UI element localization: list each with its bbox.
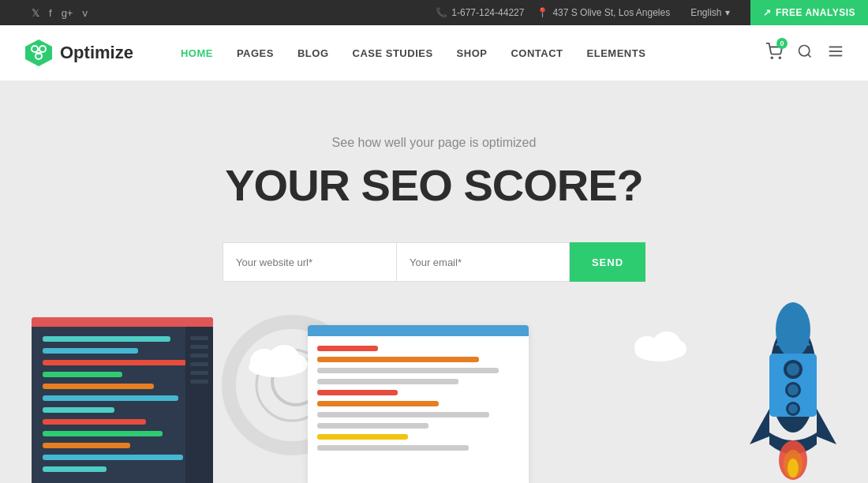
nav-shop[interactable]: SHOP xyxy=(457,47,488,59)
phone-number: 1-677-124-44227 xyxy=(451,7,524,18)
svg-point-9 xyxy=(799,46,810,56)
send-button[interactable]: SEND xyxy=(570,242,645,282)
browser-window-illustration xyxy=(308,325,529,483)
free-analysis-label: Free Analysis xyxy=(776,7,855,18)
svg-point-25 xyxy=(668,340,687,358)
code-line xyxy=(43,443,130,448)
menu-button[interactable] xyxy=(827,43,844,63)
code-line xyxy=(43,348,138,354)
code-line xyxy=(43,431,163,436)
nav-pages[interactable]: PAGES xyxy=(237,47,274,59)
hero-title: YOUR SEO SCORE? xyxy=(225,159,643,211)
code-line xyxy=(43,395,178,401)
browser-header xyxy=(308,325,529,336)
hero-subtitle: See how well your page is optimized xyxy=(332,136,537,150)
svg-line-10 xyxy=(808,54,811,58)
illustration-area xyxy=(0,294,868,483)
cart-badge: 0 xyxy=(776,38,788,49)
google-plus-icon[interactable]: g+ xyxy=(62,7,73,19)
code-line xyxy=(43,455,183,460)
code-window-header xyxy=(32,317,213,327)
cloud-right xyxy=(631,330,687,365)
code-line xyxy=(43,466,107,472)
code-sidebar xyxy=(185,327,213,483)
svg-point-8 xyxy=(779,57,780,58)
code-line xyxy=(43,384,154,389)
social-links: 𝕏 f g+ v xyxy=(32,7,88,19)
browser-content xyxy=(308,336,529,460)
nav-home[interactable]: HOME xyxy=(181,47,213,59)
phone-info: 📞 1-677-124-44227 xyxy=(436,7,524,18)
email-input[interactable] xyxy=(396,242,570,282)
location-icon: 📍 xyxy=(537,7,548,18)
twitter-icon[interactable]: 𝕏 xyxy=(32,7,39,19)
svg-point-21 xyxy=(284,354,308,373)
hamburger-icon xyxy=(827,43,844,60)
rocket-illustration xyxy=(742,298,844,483)
facebook-icon[interactable]: f xyxy=(49,7,52,19)
language-label: English xyxy=(690,7,721,18)
nav-elements[interactable]: ELEMENTS xyxy=(587,47,646,59)
logo[interactable]: Optimize xyxy=(24,38,133,68)
nav-contact[interactable]: CONTACT xyxy=(511,47,563,59)
phone-icon: 📞 xyxy=(436,7,447,18)
top-bar: 𝕏 f g+ v 📞 1-677-124-44227 📍 437 S Olive… xyxy=(0,0,868,25)
nav-blog[interactable]: BLOG xyxy=(297,47,329,59)
top-bar-right: 📞 1-677-124-44227 📍 437 S Olive St, Los … xyxy=(436,0,868,25)
chevron-down-icon: ▾ xyxy=(725,7,730,18)
navbar: Optimize HOME PAGES BLOG CASE STUDIES SH… xyxy=(0,25,868,80)
svg-point-7 xyxy=(771,57,773,58)
search-button[interactable] xyxy=(797,43,813,62)
code-line xyxy=(43,360,186,365)
trend-icon: ↗ xyxy=(763,7,772,18)
svg-point-37 xyxy=(788,459,799,477)
code-line xyxy=(43,372,122,377)
code-line xyxy=(43,407,114,413)
language-selector[interactable]: English ▾ xyxy=(683,7,737,18)
hero-form: SEND xyxy=(223,242,645,282)
svg-point-32 xyxy=(788,384,799,395)
vimeo-icon[interactable]: v xyxy=(82,7,88,19)
nav-menu: HOME PAGES BLOG CASE STUDIES SHOP CONTAC… xyxy=(181,47,765,59)
address-text: 437 S Olive St, Los Angeles xyxy=(552,7,670,18)
cloud-left xyxy=(245,342,308,380)
nav-actions: 0 xyxy=(765,43,844,63)
hero-section: See how well your page is optimized YOUR… xyxy=(0,80,868,483)
code-line xyxy=(43,336,170,342)
code-line xyxy=(43,419,146,425)
logo-icon xyxy=(24,38,54,68)
free-analysis-button[interactable]: ↗ Free Analysis xyxy=(750,0,868,25)
website-url-input[interactable] xyxy=(223,242,396,282)
svg-point-34 xyxy=(788,404,798,414)
logo-text: Optimize xyxy=(60,43,133,63)
code-window-illustration xyxy=(32,317,213,483)
cart-button[interactable]: 0 xyxy=(765,43,783,63)
nav-case-studies[interactable]: CASE STUDIES xyxy=(353,47,433,59)
svg-point-30 xyxy=(787,363,799,376)
address-info: 📍 437 S Olive St, Los Angeles xyxy=(537,7,670,18)
search-icon xyxy=(797,43,813,59)
